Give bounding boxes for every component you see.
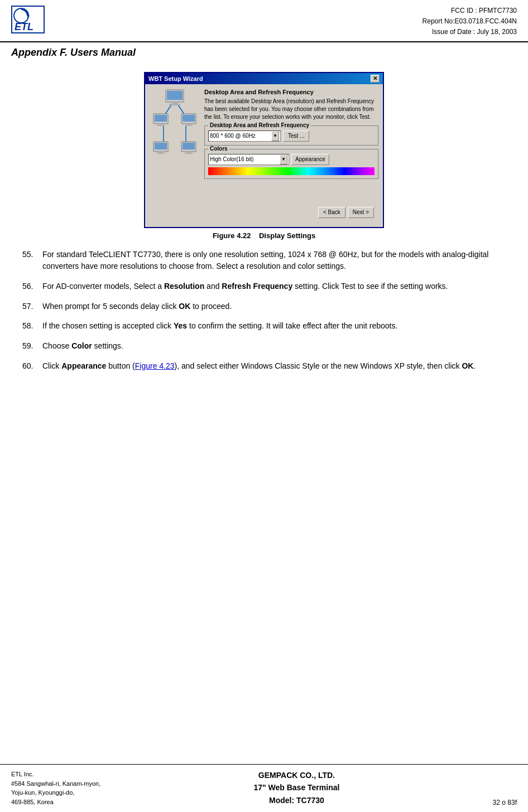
svg-rect-11: [172, 102, 177, 104]
svg-rect-12: [169, 104, 180, 105]
group-box-colors: Colors High Color(16 bit) ▼ Appearance: [204, 149, 378, 179]
bold-yes: Yes: [174, 321, 187, 330]
dialog-section-title: Desktop Area and Refresh Frequency: [204, 89, 378, 95]
para-58-num: 58.: [22, 320, 42, 332]
dialog-body: Desktop Area and Refresh Frequency The b…: [145, 84, 383, 227]
svg-rect-28: [185, 153, 193, 154]
para-56-text: For AD-converter models, Select a Resolu…: [42, 281, 506, 293]
figure-title: Display Settings: [259, 231, 315, 240]
dialog-title: WBT Setup Wizard: [148, 75, 203, 82]
paragraph-55: 55. For standard TeleCLIENT TC7730, ther…: [22, 249, 506, 273]
appendix-title: Appendix F. Users Manual: [0, 45, 528, 61]
dialog-spacer: [204, 182, 378, 205]
group-box-colors-title: Colors: [208, 146, 229, 152]
svg-rect-23: [159, 152, 163, 153]
svg-rect-18: [183, 115, 195, 122]
figure-number: Figure 4.22: [213, 231, 251, 240]
fcc-id: FCC ID : PFMTC7730: [423, 6, 517, 16]
back-button[interactable]: < Back: [318, 207, 345, 218]
para-56-num: 56.: [22, 281, 42, 293]
next-button[interactable]: Next >: [348, 207, 374, 218]
dialog-container: WBT Setup Wizard ✕: [22, 72, 506, 228]
bold-color: Color: [71, 341, 92, 350]
color-select[interactable]: High Color(16 bit) ▼: [208, 154, 289, 165]
para-59-num: 59.: [22, 340, 42, 352]
footer-center-info: GEMPACK CO., LTD. 17" Web Base Terminal …: [253, 769, 339, 806]
color-value: High Color(16 bit): [210, 156, 253, 162]
figure-caption: Figure 4.22 Display Settings: [22, 231, 506, 240]
footer-company-line4: 469-885, Korea: [11, 798, 100, 807]
computers-svg: [152, 89, 197, 161]
page-header: ETL FCC ID : PFMTC7730 Report No:E03.071…: [0, 0, 528, 42]
resolution-value: 800 * 600 @ 60Hz: [210, 133, 256, 139]
svg-rect-26: [183, 143, 195, 149]
para-55-text: For standard TeleCLIENT TC7730, there is…: [42, 249, 506, 273]
footer-center-line1: GEMPACK CO., LTD.: [253, 769, 339, 781]
svg-rect-24: [157, 153, 165, 154]
color-dropdown-arrow[interactable]: ▼: [280, 154, 287, 165]
footer-company-line2: #584 Sangwhal-ri, Kanam-myon,: [11, 779, 100, 789]
paragraph-56: 56. For AD-converter models, Select a Re…: [22, 281, 506, 293]
paragraph-59: 59. Choose Color settings.: [22, 340, 506, 352]
dialog-right-content: Desktop Area and Refresh Frequency The b…: [204, 89, 378, 223]
paragraph-58: 58. If the chosen setting is accepted cl…: [22, 320, 506, 332]
svg-text:ETL: ETL: [15, 21, 33, 32]
para-58-text: If the chosen setting is accepted click …: [42, 320, 506, 332]
bold-ok-57: OK: [179, 302, 190, 311]
page-footer: ETL Inc. #584 Sangwhal-ri, Kanam-myon, Y…: [0, 764, 528, 812]
svg-rect-22: [155, 143, 167, 149]
svg-rect-14: [155, 115, 167, 122]
footer-company-line1: ETL Inc.: [11, 770, 100, 779]
colors-row: High Color(16 bit) ▼ Appearance: [208, 154, 375, 165]
group-box-resolution: Desktop Area and Refresh Frequency 800 *…: [204, 125, 378, 146]
fcc-info: FCC ID : PFMTC7730 Report No:E03.0718.FC…: [423, 6, 517, 38]
test-button[interactable]: Test ...: [283, 130, 309, 142]
color-preview-bar: [208, 167, 375, 175]
footer-company-line3: Yoju-kun, Kyounggi-do,: [11, 788, 100, 798]
bold-appearance: Appearance: [61, 361, 106, 370]
footer-center-line3: Model: TC7730: [253, 794, 339, 806]
svg-rect-20: [185, 125, 193, 126]
bold-resolution: Resolution: [164, 282, 204, 291]
para-55-num: 55.: [22, 249, 42, 273]
issue-date: Issue of Date : July 18, 2003: [423, 27, 517, 37]
logo-icon: ETL: [12, 7, 44, 32]
para-59-text: Choose Color settings.: [42, 340, 506, 352]
main-content: WBT Setup Wizard ✕: [0, 61, 528, 392]
resolution-row: 800 * 600 @ 60Hz ▼ Test ...: [208, 130, 375, 142]
etl-logo: ETL: [11, 6, 45, 33]
para-57-num: 57.: [22, 301, 42, 313]
dialog-footer-buttons: < Back Next >: [204, 205, 378, 223]
footer-page-info: 32 o 83f: [493, 799, 517, 806]
computer-stack: [152, 89, 197, 161]
resolution-dropdown-arrow[interactable]: ▼: [271, 131, 279, 141]
para-57-text: When prompt for 5 seconds delay click OK…: [42, 301, 506, 313]
wbt-dialog: WBT Setup Wizard ✕: [144, 72, 384, 228]
svg-rect-19: [186, 124, 191, 125]
paragraph-60: 60. Click Appearance button (Figure 4.23…: [22, 360, 506, 373]
report-no: Report No:E03.0718.FCC.404N: [423, 16, 517, 27]
dialog-close-button[interactable]: ✕: [371, 75, 380, 83]
bold-ok-60: OK: [462, 361, 473, 370]
dialog-description: The best available Desktop Area (resolut…: [204, 98, 378, 121]
logo-area: ETL: [11, 6, 45, 33]
footer-company-info: ETL Inc. #584 Sangwhal-ri, Kanam-myon, Y…: [11, 770, 100, 806]
svg-rect-27: [186, 152, 191, 153]
footer-center-line2: 17" Web Base Terminal: [253, 781, 339, 794]
paragraph-57: 57. When prompt for 5 seconds delay clic…: [22, 301, 506, 313]
resolution-select[interactable]: 800 * 600 @ 60Hz ▼: [208, 130, 281, 142]
dialog-titlebar: WBT Setup Wizard ✕: [145, 73, 383, 84]
svg-rect-16: [157, 125, 165, 126]
figure-4-23-link[interactable]: Figure 4.23: [135, 361, 175, 370]
dialog-illustration: [150, 89, 200, 223]
svg-rect-10: [167, 91, 183, 100]
para-60-num: 60.: [22, 360, 42, 373]
para-60-text: Click Appearance button (Figure 4.23), a…: [42, 360, 506, 373]
group-box-resolution-title: Desktop Area and Refresh Frequency: [208, 122, 311, 128]
bold-refresh: Refresh Frequency: [222, 282, 292, 291]
svg-rect-15: [159, 124, 163, 125]
appearance-button[interactable]: Appearance: [291, 154, 329, 165]
